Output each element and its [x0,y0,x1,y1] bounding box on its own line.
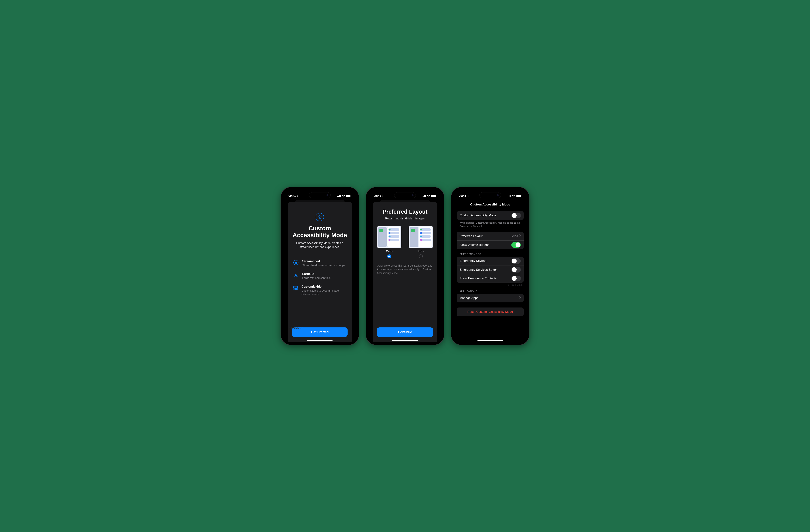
feature-streamlined: Streamlined Streamlined home screen and … [293,259,347,267]
row-label: Preferred Layout [459,234,483,238]
svg-rect-19 [508,196,508,197]
home-indicator[interactable] [477,340,503,341]
wifi-icon [427,195,430,197]
sim-icon: ▮ [467,195,469,197]
page-title: Custom Accessibility Mode [292,225,347,239]
svg-point-10 [296,287,297,288]
row-value: Grids [511,234,518,238]
svg-rect-14 [423,196,424,197]
page-title: Preferred Layout [377,209,433,215]
house-icon [293,259,299,265]
reset-button[interactable]: Reset Custom Accessibility Mode [457,307,524,316]
svg-rect-17 [431,195,436,197]
status-time: 09:41 [459,194,466,197]
continue-button[interactable]: Continue [377,327,433,337]
row-preferred-layout[interactable]: Preferred Layout Grids [457,232,524,240]
get-started-button[interactable]: Get Started [292,327,347,337]
svg-rect-1 [338,196,339,197]
phone-intro: 09:41 ▮ Custom Accessibility Mode Custom… [281,187,359,345]
row-label: Custom Accessibility Mode [459,214,496,217]
home-indicator[interactable] [392,340,418,341]
row-label: Emergency Keypad [459,259,486,263]
toggle-switch[interactable] [512,242,521,248]
footnote: Other preferences like Text Size, Dark M… [377,264,433,275]
dynamic-island [309,192,331,198]
svg-rect-22 [511,195,511,197]
large-a-icon: A [293,272,299,278]
row-emergency-contacts[interactable]: Show Emergency Contacts [457,274,524,283]
home-indicator[interactable] [307,340,333,341]
svg-rect-3 [340,195,341,197]
wifi-icon [512,195,515,197]
watermark: 9TO5Mac [457,284,523,286]
row-label: Allow Volume Buttons [459,243,489,247]
wifi-icon [342,195,345,197]
status-time: 09:41 [374,194,381,197]
svg-rect-0 [337,196,338,197]
feature-desc: Streamlined home screen and apps. [302,263,346,267]
radio-selected[interactable] [387,254,391,258]
phone-settings: 09:41 ▮ Custom Accessibility Mode Custom… [451,187,529,345]
option-label: Lists [418,249,424,253]
row-allow-volume[interactable]: Allow Volume Buttons [457,240,524,249]
section-header-apps: APPLICATIONS [457,286,524,294]
sim-icon: ▮ [382,195,384,197]
battery-icon [516,195,521,197]
svg-rect-24 [521,195,521,196]
toggle-switch[interactable] [512,267,521,273]
row-label: Reset Custom Accessibility Mode [467,310,513,314]
feature-large-ui: A Large UI Large text and controls. [293,272,347,280]
accessibility-icon [316,213,324,221]
svg-rect-18 [436,195,436,196]
row-label: Show Emergency Contacts [459,277,497,280]
row-emergency-services[interactable]: Emergency Services Button [457,265,524,274]
svg-rect-20 [509,196,509,197]
toggle-switch[interactable] [512,213,521,218]
svg-rect-5 [351,195,351,196]
layout-option-grids[interactable]: Grids [377,226,401,258]
battery-icon [346,195,351,197]
nav-title: Custom Accessibility Mode [454,199,526,209]
cellular-icon [508,195,511,197]
row-main-toggle[interactable]: Custom Accessibility Mode [457,211,524,220]
page-subtitle: Rows = words, Grids = images [377,217,433,220]
feature-title: Customizable [302,285,347,289]
svg-text:A: A [294,273,298,278]
toggle-switch[interactable] [512,258,521,264]
phone-layout-picker: 09:41 ▮ Preferred Layout Rows = words, G… [366,187,444,345]
svg-rect-2 [339,195,340,197]
feature-customizable: Customizable Customizable to accommodate… [293,285,347,296]
status-time: 09:41 [289,194,296,197]
dynamic-island [394,192,416,198]
row-emergency-keypad[interactable]: Emergency Keypad [457,257,524,265]
svg-rect-21 [509,195,510,197]
toggle-switch[interactable] [512,276,521,281]
cellular-icon [423,195,426,197]
page-subtitle: Custom Accessibility Mode creates a stre… [292,241,347,249]
svg-rect-13 [423,196,423,197]
grids-preview [377,226,401,248]
feature-desc: Customizable to accommodate different ne… [302,289,347,296]
feature-title: Streamlined [302,259,346,263]
layout-option-lists[interactable]: Lists [409,226,433,258]
row-manage-apps[interactable]: Manage Apps [457,294,524,303]
row-label: Manage Apps [459,296,479,300]
lists-preview [409,226,433,248]
toggles-icon [293,285,298,291]
chevron-right-icon [519,296,521,300]
svg-rect-4 [346,195,351,197]
svg-rect-23 [516,195,521,197]
option-label: Grids [386,249,392,253]
svg-rect-16 [425,195,426,197]
radio-unselected[interactable] [419,254,423,258]
svg-point-12 [294,289,295,290]
chevron-right-icon [519,234,521,238]
section-header-sos: EMERGENCY SOS [457,249,524,257]
row-label: Emergency Services Button [459,268,498,272]
sim-icon: ▮ [297,195,299,197]
svg-point-6 [319,215,320,216]
cellular-icon [337,195,341,197]
group-footer: While enabled, Custom Accessibility Mode… [457,220,524,228]
dynamic-island [479,192,501,198]
svg-rect-15 [424,195,425,197]
